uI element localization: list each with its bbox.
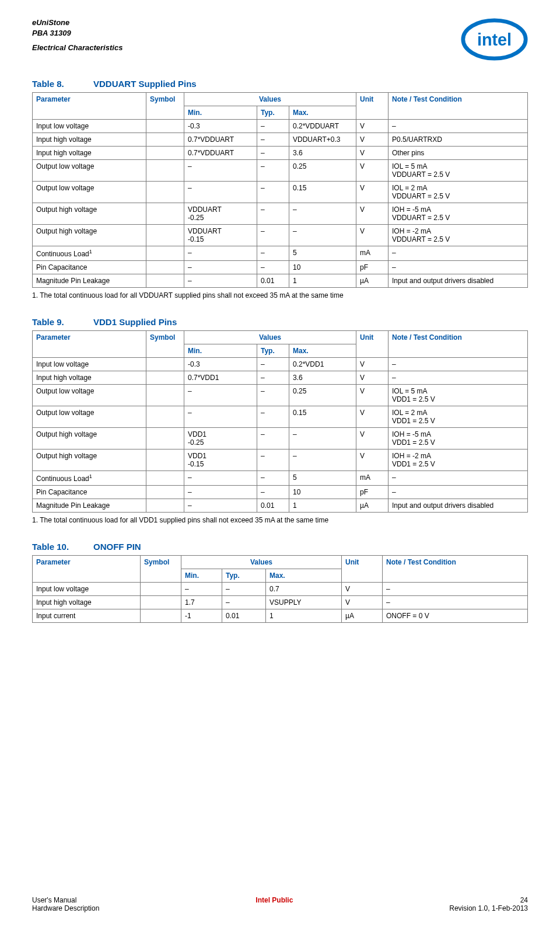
cell-note: IOH = -5 mAVDDUART = 2.5 V — [388, 203, 528, 225]
table-row: Output high voltage VDD1-0.25 – – V IOH … — [33, 428, 528, 449]
cell-unit: mA — [356, 471, 388, 486]
footer-right: 24 Revision 1.0, 1-Feb-2013 — [449, 896, 528, 912]
cell-max: 0.25 — [289, 160, 356, 182]
col-parameter: Parameter — [33, 93, 146, 120]
cell-symbol — [146, 358, 184, 371]
cell-typ: – — [257, 428, 289, 449]
cell-unit: pF — [356, 486, 388, 499]
cell-typ: – — [257, 120, 289, 133]
cell-parameter: Output high voltage — [33, 203, 146, 225]
cell-note: ONOFF = 0 V — [383, 609, 528, 623]
cell-unit: mA — [356, 246, 388, 261]
table-row: Continuous Load1 – – 5 mA – — [33, 471, 528, 486]
cell-symbol — [146, 203, 184, 225]
cell-max: VDDUART+0.3 — [289, 133, 356, 147]
col-values: Values — [184, 93, 356, 106]
col-max: Max. — [289, 106, 356, 120]
cell-min: – — [184, 261, 257, 274]
table-row: Input low voltage -0.3 – 0.2*VDDUART V – — [33, 120, 528, 133]
cell-symbol — [141, 583, 181, 596]
cell-parameter: Input high voltage — [33, 596, 141, 609]
table-caption: Table 8.VDDUART Supplied Pins — [32, 79, 528, 89]
cell-min: -0.3 — [184, 358, 257, 371]
col-typ: Typ. — [257, 344, 289, 358]
cell-typ: 0.01 — [222, 609, 266, 623]
table-title: VDDUART Supplied Pins — [93, 79, 197, 89]
cell-unit: V — [356, 449, 388, 471]
cell-min: -1 — [181, 609, 222, 623]
cell-parameter: Pin Capacitance — [33, 261, 146, 274]
cell-note: – — [383, 583, 528, 596]
cell-note: – — [388, 261, 528, 274]
cell-symbol — [146, 225, 184, 246]
cell-symbol — [141, 609, 181, 623]
section-title: Electrical Characteristics — [32, 43, 123, 53]
cell-max: 1 — [289, 499, 356, 513]
col-symbol: Symbol — [146, 93, 184, 120]
page-footer: User's Manual Hardware Description Intel… — [32, 896, 528, 912]
cell-max: 5 — [289, 246, 356, 261]
table-row: Output high voltage VDD1-0.15 – – V IOH … — [33, 449, 528, 471]
cell-note: Input and output drivers disabled — [388, 499, 528, 513]
col-typ: Typ. — [222, 569, 266, 583]
table-row: Input high voltage 1.7 – VSUPPLY V – — [33, 596, 528, 609]
product-name-1: eUniStone — [32, 18, 123, 28]
cell-max: 3.6 — [289, 147, 356, 160]
cell-typ: – — [222, 583, 266, 596]
cell-min: – — [184, 486, 257, 499]
table-caption: Table 10.ONOFF PIN — [32, 542, 528, 552]
cell-note: IOL = 2 mAVDDUART = 2.5 V — [388, 182, 528, 203]
cell-unit: V — [356, 147, 388, 160]
cell-min: – — [184, 274, 257, 288]
cell-unit: V — [356, 428, 388, 449]
table-row: Input high voltage 0.7*VDDUART – 3.6 V O… — [33, 147, 528, 160]
table-footnote: 1. The total continuous load for all VDD… — [32, 516, 528, 524]
cell-min: VDD1-0.25 — [184, 428, 257, 449]
svg-text:intel: intel — [477, 30, 512, 49]
cell-typ: – — [257, 385, 289, 406]
cell-note: – — [388, 486, 528, 499]
cell-unit: V — [356, 203, 388, 225]
col-unit: Unit — [342, 556, 383, 583]
cell-symbol — [146, 147, 184, 160]
cell-unit: V — [356, 358, 388, 371]
cell-unit: V — [356, 371, 388, 385]
cell-note: Input and output drivers disabled — [388, 274, 528, 288]
cell-typ: – — [257, 246, 289, 261]
col-unit: Unit — [356, 331, 388, 358]
col-values: Values — [181, 556, 342, 569]
cell-unit: V — [342, 583, 383, 596]
footer-page-num: 24 — [520, 896, 528, 904]
cell-symbol — [146, 133, 184, 147]
cell-note: Other pins — [388, 147, 528, 160]
table-row: Output low voltage – – 0.15 V IOL = 2 mA… — [33, 406, 528, 428]
footer-classification: Intel Public — [256, 896, 293, 912]
cell-symbol — [146, 120, 184, 133]
cell-note: – — [388, 120, 528, 133]
table-row: Input low voltage – – 0.7 V – — [33, 583, 528, 596]
col-parameter: Parameter — [33, 556, 141, 583]
cell-symbol — [146, 449, 184, 471]
col-values: Values — [184, 331, 356, 344]
cell-min: – — [181, 583, 222, 596]
spec-table: Parameter Symbol Values Unit Note / Test… — [32, 330, 528, 513]
cell-min: -0.3 — [184, 120, 257, 133]
cell-parameter: Input high voltage — [33, 147, 146, 160]
cell-max: 0.2*VDD1 — [289, 358, 356, 371]
cell-parameter: Output low voltage — [33, 385, 146, 406]
cell-symbol — [146, 486, 184, 499]
cell-note: – — [388, 371, 528, 385]
cell-symbol — [146, 428, 184, 449]
cell-max: 3.6 — [289, 371, 356, 385]
cell-parameter: Magnitude Pin Leakage — [33, 274, 146, 288]
table-title: VDD1 Supplied Pins — [93, 317, 177, 327]
cell-symbol — [146, 182, 184, 203]
cell-typ: – — [257, 182, 289, 203]
cell-typ: – — [257, 471, 289, 486]
cell-min: – — [184, 471, 257, 486]
col-note: Note / Test Condition — [383, 556, 528, 583]
cell-symbol — [146, 406, 184, 428]
cell-symbol — [146, 371, 184, 385]
cell-parameter: Input low voltage — [33, 120, 146, 133]
cell-unit: µA — [356, 499, 388, 513]
